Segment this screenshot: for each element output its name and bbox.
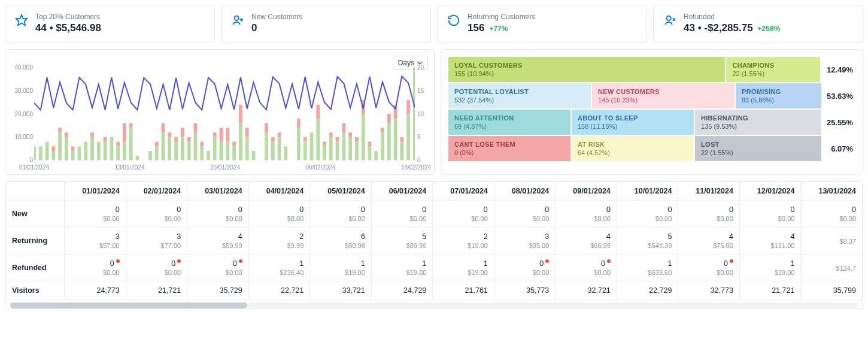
segment-cell[interactable]: POTENTIAL LOYALIST532 (37.54%)	[448, 83, 591, 108]
svg-rect-97	[400, 137, 403, 142]
table-col-date: 09/01/2024	[556, 182, 617, 201]
svg-marker-0	[16, 15, 27, 25]
svg-rect-71	[310, 132, 314, 160]
segment-cell[interactable]: ABOUT TO SLEEP158 (11.15%)	[572, 110, 694, 135]
svg-rect-65	[278, 137, 281, 161]
table-col-date: 04/01/2024	[248, 182, 310, 201]
svg-rect-21	[110, 137, 113, 161]
svg-rect-47	[213, 132, 217, 137]
table-cell: 0$0.00	[556, 255, 617, 282]
table-cell: $124.7	[801, 255, 863, 282]
svg-rect-38	[181, 128, 184, 137]
segment-title: NEW CUSTOMERS	[598, 88, 729, 95]
svg-rect-28	[136, 156, 139, 161]
table-cell: 0$0.00	[739, 201, 801, 228]
user-plus-icon	[231, 14, 244, 27]
svg-rect-89	[368, 146, 372, 160]
kpi-refunded[interactable]: Refunded 43 • -$2,285.75+258%	[653, 5, 863, 43]
x-tick: 06/02/2024	[305, 164, 335, 171]
svg-rect-54	[232, 146, 236, 160]
svg-rect-22	[116, 142, 120, 147]
table-cell: 1$19.00	[371, 255, 433, 282]
svg-rect-58	[245, 137, 249, 161]
segment-cell[interactable]: LOYAL CUSTOMERS155 (10.94%)	[448, 57, 725, 82]
y-right-tick: 5	[417, 134, 430, 140]
table-cell: 2$9.99	[248, 228, 310, 255]
svg-rect-53	[232, 142, 236, 147]
svg-rect-30	[155, 142, 159, 147]
table-col-date: 01/01/2024	[65, 182, 126, 201]
table-cell: 4$59.99	[187, 228, 249, 255]
user-x-icon	[663, 14, 676, 27]
x-tick: 01/01/2024	[19, 164, 49, 171]
table-row-label: Returning	[6, 228, 65, 255]
svg-rect-40	[187, 137, 191, 142]
table-cell: 4$131.00	[739, 228, 801, 255]
table-cell: 5$549.39	[617, 228, 678, 255]
table-cell: 0$0.00	[126, 255, 187, 282]
segment-cell[interactable]: CANT LOSE THEM0 (0%)	[448, 136, 570, 161]
svg-rect-52	[226, 142, 229, 161]
horizontal-scrollbar[interactable]	[10, 302, 858, 308]
segment-subtitle: 145 (10.23%)	[598, 96, 729, 104]
svg-rect-20	[104, 142, 107, 161]
svg-rect-17	[90, 137, 94, 161]
segment-title: PROMISING	[742, 88, 815, 95]
y-right-tick: 10	[417, 111, 430, 117]
svg-rect-6	[51, 146, 55, 151]
svg-rect-98	[400, 142, 403, 161]
svg-point-1	[235, 16, 239, 20]
table-cell: 0$0.00	[433, 201, 494, 228]
kpi-new[interactable]: New Customers 0	[221, 5, 431, 43]
segment-cell[interactable]: LOST22 (1.55%)	[695, 136, 821, 161]
table-cell: 0$0.00	[678, 201, 740, 228]
scrollbar-thumb[interactable]	[10, 302, 247, 308]
segment-cell[interactable]: HIBERNATING135 (9.53%)	[695, 110, 821, 135]
svg-rect-88	[368, 142, 372, 147]
x-tick: 25/01/2024	[210, 164, 240, 171]
metrics-table: 01/01/202402/01/202403/01/202404/01/2024…	[5, 181, 863, 309]
svg-rect-56	[239, 123, 242, 161]
svg-rect-48	[213, 137, 217, 161]
segment-row: LOYAL CUSTOMERS155 (10.94%)CHAMPIONS22 (…	[448, 57, 855, 82]
svg-rect-77	[329, 137, 333, 161]
segment-row: POTENTIAL LOYALIST532 (37.54%)NEW CUSTOM…	[448, 83, 855, 108]
svg-rect-80	[342, 123, 345, 132]
svg-rect-36	[174, 137, 178, 142]
table-cell: 0$0.00	[187, 201, 249, 228]
table-cell: 0$0.00	[494, 255, 556, 282]
svg-rect-7	[51, 151, 55, 160]
segment-cell[interactable]: NEW CUSTOMERS145 (10.23%)	[592, 83, 735, 108]
table-cell: 0$0.00	[494, 201, 556, 228]
svg-rect-41	[187, 142, 191, 161]
segment-cell[interactable]: CHAMPIONS22 (1.55%)	[726, 57, 820, 82]
svg-rect-25	[123, 142, 126, 161]
table-cell: 1$19.00	[739, 255, 801, 282]
svg-rect-73	[316, 119, 320, 161]
svg-rect-51	[226, 128, 229, 141]
kpi-delta: +258%	[758, 25, 781, 33]
segment-title: CHAMPIONS	[732, 62, 814, 69]
segment-cell[interactable]: NEED ATTENTION69 (4.87%)	[448, 110, 570, 135]
svg-rect-44	[200, 142, 204, 147]
svg-rect-59	[252, 151, 256, 160]
svg-rect-34	[168, 132, 171, 137]
table-col-date: 05/01/2024	[310, 182, 372, 201]
segment-subtitle: 22 (1.55%)	[732, 70, 814, 77]
svg-rect-92	[381, 132, 384, 160]
kpi-returning[interactable]: Returning Customers 156+77%	[437, 5, 647, 43]
segment-row: CANT LOSE THEM0 (0%)AT RISK64 (4.52%)LOS…	[448, 136, 855, 161]
table-cell: $8.37	[801, 228, 863, 255]
table-col-date: 11/01/2024	[678, 182, 740, 201]
table-col-date: 13/01/2024	[801, 182, 863, 201]
table-col-date: 06/01/2024	[371, 182, 433, 201]
svg-rect-24	[123, 123, 126, 142]
svg-rect-29	[148, 151, 152, 160]
table-corner	[6, 182, 65, 201]
table-cell: 0$0.00	[248, 201, 310, 228]
segment-cell[interactable]: AT RISK64 (4.52%)	[572, 136, 694, 161]
table-cell: 35,729	[187, 282, 249, 300]
table-cell: 35,799	[801, 282, 863, 300]
segment-cell[interactable]: PROMISING83 (5.86%)	[736, 83, 821, 108]
kpi-top20[interactable]: Top 20% Customers 44 • $5,546.98	[5, 5, 215, 43]
